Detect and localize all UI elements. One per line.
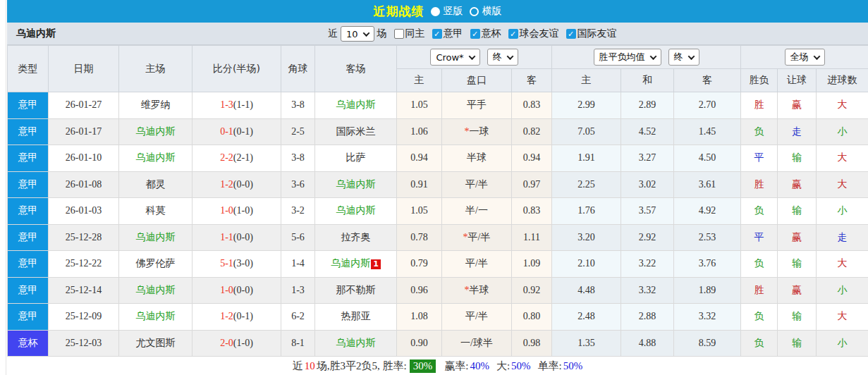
home-team: 都灵 bbox=[119, 171, 192, 198]
view-option-vertical[interactable]: 竖版 bbox=[431, 5, 463, 18]
away-team: 乌迪内斯 bbox=[315, 330, 397, 357]
chevron-down-icon bbox=[687, 53, 695, 60]
table-row: 意杯25-12-03尤文图斯2-0(1-0)8-1乌迪内斯0.90一/球半0.9… bbox=[8, 330, 868, 357]
radio-unselected-icon[interactable] bbox=[470, 7, 479, 16]
view-option-label[interactable]: 竖版 bbox=[444, 5, 463, 18]
corner-score: 3-2 bbox=[281, 198, 315, 225]
match-score: 1-1(0-0) bbox=[192, 224, 281, 251]
avg-home: 2.10 bbox=[552, 251, 621, 278]
goals-indicator: 小 bbox=[817, 198, 868, 225]
select-value: 终 bbox=[493, 51, 502, 63]
subcol-avg-draw: 和 bbox=[621, 69, 674, 92]
odds-away: 0.83 bbox=[512, 198, 552, 225]
handicap-result-indicator: 走 bbox=[778, 118, 817, 145]
avg-away: 2.53 bbox=[674, 224, 741, 251]
checkbox-checked-icon[interactable] bbox=[566, 29, 576, 39]
odds-away: 0.92 bbox=[512, 277, 552, 304]
chevron-down-icon bbox=[813, 53, 820, 60]
match-date: 25-12-09 bbox=[49, 304, 119, 331]
avg-away: 1.45 bbox=[674, 118, 741, 145]
handicap-line: *半球 bbox=[442, 277, 512, 304]
corner-score: 5-6 bbox=[281, 224, 315, 251]
avg-draw: 3.02 bbox=[621, 171, 674, 198]
handicap-line: 平/半 bbox=[442, 171, 512, 198]
filter-checkbox-club-friendly[interactable]: 球会友谊 bbox=[508, 27, 559, 40]
checkbox-label: 国际友谊 bbox=[577, 27, 617, 40]
view-option-label[interactable]: 横版 bbox=[482, 5, 502, 18]
checkbox-checked-icon[interactable] bbox=[432, 29, 442, 39]
avg-odds-select[interactable]: 胜平负均值 bbox=[594, 49, 661, 66]
handicap-result-indicator: 输 bbox=[778, 330, 817, 357]
away-team: 乌迪内斯 bbox=[315, 198, 397, 225]
league-badge: 意甲 bbox=[8, 92, 49, 119]
table-row: 意甲25-12-14乌迪内斯1-0(0-0)1-3那不勒斯0.96*半球0.92… bbox=[8, 277, 868, 304]
handicap-rate-value: 40% bbox=[470, 360, 489, 372]
avg-draw: 3.32 bbox=[621, 277, 674, 304]
odds-away: 0.97 bbox=[512, 171, 552, 198]
filter-controls: 近 10 场 同主 意甲 意杯 球会友谊 bbox=[328, 23, 617, 45]
select-value: 终 bbox=[674, 51, 683, 63]
checkbox-checked-icon[interactable] bbox=[508, 29, 518, 39]
recent-label: 近 bbox=[328, 27, 338, 40]
odds-home: 1.05 bbox=[397, 198, 442, 225]
star-icon: * bbox=[465, 285, 470, 295]
match-date: 26-01-08 bbox=[49, 171, 119, 198]
star-icon: * bbox=[463, 232, 468, 242]
results-tbody: 意甲26-01-27维罗纳1-3(1-1)3-8乌迪内斯1.05平手0.832.… bbox=[8, 92, 868, 357]
avg-home: 1.35 bbox=[552, 330, 621, 357]
subcol-odds-home: 主 bbox=[397, 69, 442, 92]
league-badge: 意甲 bbox=[8, 145, 49, 172]
goals-indicator: 大 bbox=[817, 92, 868, 119]
chevron-down-icon bbox=[506, 53, 513, 60]
radio-selected-icon[interactable] bbox=[431, 7, 440, 16]
team-name: 乌迪内斯 bbox=[7, 27, 56, 40]
match-score: 0-1(0-1) bbox=[192, 118, 281, 145]
filter-checkbox-coppa-italia[interactable]: 意杯 bbox=[470, 27, 501, 40]
odds-home: 0.94 bbox=[397, 145, 442, 172]
odds-home: 0.90 bbox=[397, 330, 442, 357]
period-select[interactable]: 全场 bbox=[785, 49, 825, 66]
handicap-result-indicator: 输 bbox=[778, 198, 817, 225]
result-indicator: 负 bbox=[741, 198, 778, 225]
odds-group-header: Crow* 终 bbox=[397, 46, 552, 69]
page-left-divider bbox=[6, 0, 6, 375]
handicap-line: 一/球半 bbox=[442, 330, 512, 357]
recent-count-select[interactable]: 10 bbox=[341, 26, 374, 42]
avg-draw: 2.89 bbox=[621, 92, 674, 119]
checkbox-unchecked-icon[interactable] bbox=[394, 29, 404, 39]
filter-checkbox-same-home[interactable]: 同主 bbox=[394, 27, 425, 40]
col-header-home: 主场 bbox=[119, 46, 192, 92]
odds-stage-select[interactable]: 终 bbox=[487, 49, 518, 66]
select-value: 10 bbox=[346, 29, 358, 39]
filter-checkbox-international-friendly[interactable]: 国际友谊 bbox=[566, 27, 617, 40]
bookmaker-select[interactable]: Crow* bbox=[430, 49, 479, 66]
subcol-avg-home: 主 bbox=[552, 69, 621, 92]
handicap-result-indicator: 赢 bbox=[778, 277, 817, 304]
result-indicator: 胜 bbox=[741, 277, 778, 304]
odds-home: 1.08 bbox=[397, 304, 442, 331]
chevron-down-icon bbox=[468, 53, 475, 60]
handicap-result-indicator: 输 bbox=[778, 251, 817, 278]
avg-away: 4.92 bbox=[674, 198, 741, 225]
checkbox-label: 意甲 bbox=[444, 27, 463, 40]
odds-away: 1.09 bbox=[512, 251, 552, 278]
over-rate-value: 50% bbox=[511, 360, 531, 372]
home-team: 尤文图斯 bbox=[119, 330, 192, 357]
goals-indicator: 大 bbox=[817, 251, 868, 278]
avg-stage-select[interactable]: 终 bbox=[668, 49, 699, 66]
match-date: 25-12-14 bbox=[49, 277, 119, 304]
league-badge: 意甲 bbox=[8, 277, 49, 304]
result-indicator: 平 bbox=[741, 224, 778, 251]
view-option-horizontal[interactable]: 横版 bbox=[470, 5, 502, 18]
checkbox-checked-icon[interactable] bbox=[470, 29, 480, 39]
avg-group-header: 胜平负均值 终 bbox=[552, 46, 741, 69]
filter-bar: 乌迪内斯 近 10 场 同主 意甲 意杯 球会友谊 bbox=[7, 23, 868, 45]
filter-checkbox-serie-a[interactable]: 意甲 bbox=[432, 27, 463, 40]
checkbox-label: 球会友谊 bbox=[520, 27, 559, 40]
odds-away: 0.82 bbox=[512, 118, 552, 145]
over-rate-label: 大: bbox=[496, 359, 510, 373]
handicap-result-indicator: 赢 bbox=[778, 92, 817, 119]
odds-home: 0.78 bbox=[397, 224, 442, 251]
avg-draw: 3.22 bbox=[621, 251, 674, 278]
away-team: 乌迪内斯 bbox=[315, 171, 397, 198]
